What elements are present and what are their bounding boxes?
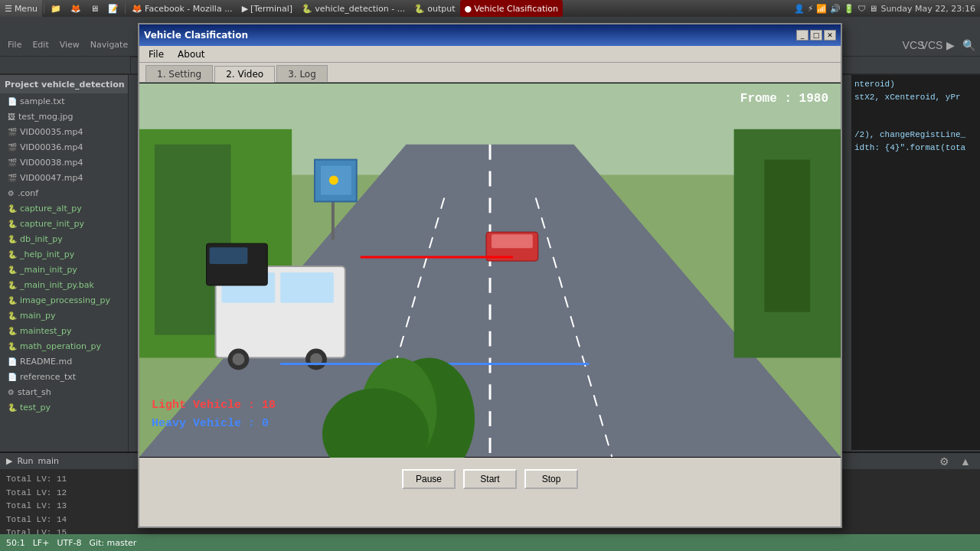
status-git: Git: master <box>89 538 136 548</box>
file-icon-maintest: 🐍 <box>8 327 17 335</box>
run-settings-btn[interactable]: ⚙ <box>936 453 952 470</box>
proj-item-mathop[interactable]: 🐍 math_operation_py <box>0 338 128 354</box>
start-button[interactable]: Start <box>463 469 517 489</box>
taskbar-separator <box>44 3 44 14</box>
proj-item-maintest[interactable]: 🐍 maintest_py <box>0 323 128 338</box>
datetime-label: Sunday May 22, 23:16 <box>880 4 975 14</box>
ide-run-btn[interactable]: ▶ <box>942 37 959 54</box>
code-line-4: /2), changeRegistLine_ <box>854 129 977 142</box>
vc-tabs: 1. Setting 2. Video 3. Log <box>139 63 841 83</box>
run-filename-label: main <box>38 456 59 466</box>
taskbar-app-vdetection[interactable]: 🐍 vehicle_detection - ... <box>297 0 410 17</box>
proj-item-main-init[interactable]: 🐍 _main_init_py <box>0 262 128 277</box>
proj-item-ref[interactable]: 📄 reference_txt <box>0 369 128 384</box>
proj-filename-2: VID00035.mp4 <box>20 127 83 137</box>
ide-menu-file[interactable]: File <box>3 40 26 50</box>
volume-icon: 🔊 <box>830 4 841 14</box>
taskbar-icon-files[interactable]: 📁 <box>46 0 66 17</box>
ide-search-btn[interactable]: 🔍 <box>960 37 977 54</box>
file-icon-conf: ⚙ <box>8 189 15 197</box>
vc-tab-video[interactable]: 2. Video <box>214 66 275 83</box>
proj-filename-12: _main_init_py.bak <box>20 280 94 290</box>
ide-menu-edit[interactable]: Edit <box>28 40 53 50</box>
proj-filename-0: sample.txt <box>20 96 65 106</box>
taskbar-icon-terminal[interactable]: 🖥 <box>86 0 103 17</box>
svg-rect-16 <box>280 272 334 303</box>
taskbar-app-terminal[interactable]: ▶ [Terminal] <box>237 0 298 17</box>
proj-item-main[interactable]: 🐍 main_py <box>0 308 128 323</box>
taskbar-icon-editor[interactable]: 📝 <box>103 0 123 17</box>
light-vehicle-label: Light Vehicle : 18 <box>152 399 276 412</box>
status-lf: LF+ <box>33 538 50 548</box>
file-icon-sample: 📄 <box>8 97 17 106</box>
proj-item-cap-init[interactable]: 🐍 capture_init_py <box>0 216 128 231</box>
menu-icon: ☰ <box>5 4 12 14</box>
svg-rect-24 <box>492 234 533 248</box>
project-header: Project vehicle_detection <box>0 75 128 93</box>
taskbar-icon-browser[interactable]: 🦊 <box>66 0 86 17</box>
vc-controls: Pause Start Stop <box>139 458 841 500</box>
proj-item-vid35[interactable]: 🎬 VID00035.mp4 <box>0 124 128 139</box>
file-icon-vid47: 🎬 <box>8 174 17 182</box>
taskbar-app-vc[interactable]: ● Vehicle Clasification <box>460 0 564 17</box>
run-label: Run <box>17 456 33 466</box>
project-name-label: vehicle_detection <box>41 80 124 90</box>
vc-minimize-button[interactable]: _ <box>796 30 808 41</box>
taskbar-menu[interactable]: ☰ Menu <box>0 0 42 17</box>
vc-maximize-button[interactable]: □ <box>810 30 822 41</box>
vc-title-text: Vehicle Clasification <box>144 30 248 41</box>
proj-item-sample[interactable]: 📄 sample.txt <box>0 93 128 109</box>
vc-tab-log[interactable]: 3. Log <box>276 65 328 82</box>
taskbar-app-output[interactable]: 🐍 output <box>410 0 459 17</box>
proj-item-imgproc[interactable]: 🐍 image_processing_py <box>0 292 128 308</box>
proj-item-conf[interactable]: ⚙ .conf <box>0 185 128 201</box>
ide-icon: 🐍 <box>302 4 312 14</box>
proj-filename-19: start_sh <box>18 387 51 397</box>
vc-close-button[interactable]: ✕ <box>824 30 836 41</box>
firefox-icon: 🦊 <box>132 4 142 14</box>
file-icon-ref: 📄 <box>8 373 17 381</box>
security-icon: 🛡 <box>858 4 866 14</box>
file-icon-help: 🐍 <box>8 250 17 259</box>
code-line-2 <box>854 103 977 116</box>
proj-item-vid38[interactable]: 🎬 VID00038.mp4 <box>0 155 128 170</box>
proj-item-readme[interactable]: 📄 README.md <box>0 354 128 369</box>
vc-app-icon: ● <box>465 4 472 14</box>
file-icon-main: 🐍 <box>8 311 17 320</box>
proj-filename-14: main_py <box>20 311 55 321</box>
proj-filename-8: capture_init_py <box>20 219 84 229</box>
ide-vcs2-btn[interactable]: VCS <box>923 37 940 54</box>
taskbar-app-firefox[interactable]: 🦊 Facebook - Mozilla ... <box>127 0 237 17</box>
app-vdetection-label: vehicle_detection - ... <box>315 4 405 14</box>
vc-menu-about[interactable]: About <box>172 47 211 61</box>
files-icon: 📁 <box>51 4 61 14</box>
svg-rect-10 <box>332 201 335 240</box>
frame-value: 1980 <box>799 92 828 106</box>
vc-window: Vehicle Clasification _ □ ✕ File About 1… <box>138 23 842 528</box>
stop-button[interactable]: Stop <box>524 469 578 489</box>
file-icon-cap-init: 🐍 <box>8 220 17 228</box>
proj-item-vid47[interactable]: 🎬 VID00047.mp4 <box>0 170 128 185</box>
vc-tab-setting[interactable]: 1. Setting <box>145 65 213 82</box>
proj-filename-10: _help_init_py <box>20 249 74 259</box>
file-icon-readme: 📄 <box>8 357 17 366</box>
proj-item-vid36[interactable]: 🎬 VID00036.mp4 <box>0 139 128 155</box>
proj-item-test[interactable]: 🐍 test_py <box>0 399 128 415</box>
proj-item-cap-alt[interactable]: 🐍 capture_alt_py <box>0 201 128 216</box>
vc-menu-file[interactable]: File <box>142 47 170 61</box>
proj-item-help[interactable]: 🐍 _help_init_py <box>0 246 128 262</box>
ide-menu-view[interactable]: View <box>55 40 84 50</box>
pause-button[interactable]: Pause <box>402 469 456 489</box>
ide-menu-navigate[interactable]: Navigate <box>86 40 132 50</box>
vc-tab-log-label: 3. Log <box>288 69 316 80</box>
proj-item-testmog[interactable]: 🖼 test_mog.jpg <box>0 109 128 124</box>
vc-menubar: File About <box>139 46 841 63</box>
run-up-btn[interactable]: ▲ <box>957 453 974 470</box>
proj-item-db[interactable]: 🐍 db_init_py <box>0 231 128 246</box>
vc-titlebar: Vehicle Clasification _ □ ✕ <box>139 24 841 46</box>
ide-vcs-btn[interactable]: VCS <box>905 37 922 54</box>
file-icon-vid38: 🎬 <box>8 158 17 167</box>
proj-item-main-bak[interactable]: 🐍 _main_init_py.bak <box>0 277 128 292</box>
proj-item-start[interactable]: ⚙ start_sh <box>0 384 128 399</box>
bluetooth-icon: ⚡ <box>808 4 814 14</box>
